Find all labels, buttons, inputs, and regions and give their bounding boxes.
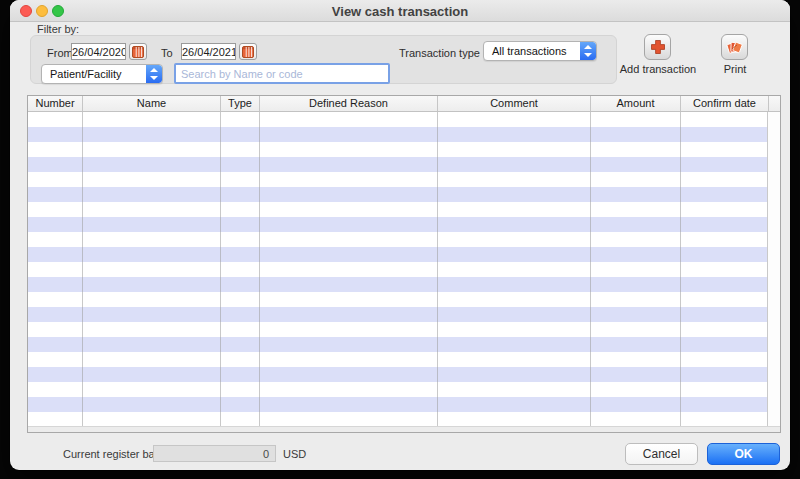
column-separator [680,112,681,427]
screenshot: View cash transaction Filter by: From To [0,0,800,479]
transaction-type-value: All transactions [484,45,580,57]
column-separator [220,112,221,427]
name-filter-dropdown[interactable]: Patient/Facility [41,64,163,84]
add-transaction-label: Add transaction [610,63,706,75]
table-row[interactable] [28,202,769,217]
printer-icon [726,40,743,55]
table-row[interactable] [28,352,769,367]
cancel-button[interactable]: Cancel [625,443,698,465]
dropdown-stepper-icon [580,42,596,60]
table-row[interactable] [28,112,769,127]
transaction-type-dropdown[interactable]: All transactions [483,41,597,61]
column-header-name[interactable]: Name [83,96,221,111]
table-row[interactable] [28,157,769,172]
window-title: View cash transaction [10,4,790,19]
to-calendar-button[interactable] [239,43,257,60]
ok-button[interactable]: OK [707,443,780,465]
table-row[interactable] [28,397,769,412]
view-cash-transaction-window: View cash transaction Filter by: From To [10,0,790,470]
print-button[interactable] [721,34,748,60]
to-label: To [161,47,173,59]
table-row[interactable] [28,277,769,292]
from-date-input[interactable] [71,43,126,60]
name-filter-value: Patient/Facility [42,68,146,80]
from-calendar-button[interactable] [129,43,147,60]
table-row[interactable] [28,337,769,352]
table-row[interactable] [28,232,769,247]
table-row[interactable] [28,382,769,397]
title-bar[interactable]: View cash transaction [10,0,790,22]
table-row[interactable] [28,412,769,427]
table-footer-strip [28,426,780,432]
column-header-comment[interactable]: Comment [438,96,591,111]
column-header-amount[interactable]: Amount [591,96,681,111]
table-row[interactable] [28,367,769,382]
table-row[interactable] [28,322,769,337]
column-separator [437,112,438,427]
table-row[interactable] [28,142,769,157]
filter-by-label: Filter by: [37,23,79,35]
column-header-confirm-date[interactable]: Confirm date [681,96,769,111]
to-date-input[interactable] [181,43,236,60]
register-balance-field: 0 [153,445,276,462]
table-row[interactable] [28,292,769,307]
table-row[interactable] [28,217,769,232]
plus-icon [650,39,666,55]
currency-label: USD [283,448,306,460]
column-header-type[interactable]: Type [221,96,260,111]
table-row[interactable] [28,172,769,187]
search-input[interactable] [174,63,390,84]
filter-group-box: From To [30,35,617,84]
table-header: NumberNameTypeDefined ReasonCommentAmoun… [28,96,780,112]
column-header-defined-reason[interactable]: Defined Reason [260,96,438,111]
print-label: Print [713,63,757,75]
column-separator [259,112,260,427]
column-header-number[interactable]: Number [28,96,83,111]
column-separator [82,112,83,427]
transactions-table: NumberNameTypeDefined ReasonCommentAmoun… [27,95,781,433]
dropdown-stepper-icon [146,65,162,83]
table-row[interactable] [28,187,769,202]
calendar-icon [132,46,144,58]
column-separator [590,112,591,427]
vertical-scrollbar[interactable] [767,112,780,427]
table-row[interactable] [28,247,769,262]
add-transaction-button[interactable] [644,34,671,60]
table-row[interactable] [28,307,769,322]
table-body[interactable] [28,112,780,427]
from-label: From [47,47,73,59]
column-header-filler [769,96,782,111]
table-row[interactable] [28,127,769,142]
transaction-type-label: Transaction type [399,47,480,59]
calendar-icon [242,46,254,58]
table-row[interactable] [28,262,769,277]
